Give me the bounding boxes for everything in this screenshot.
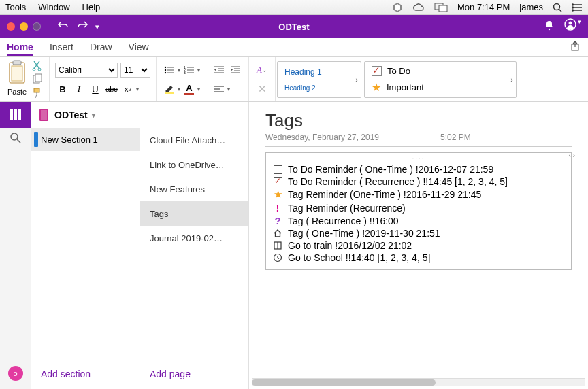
tag-todo-label: To Do <box>387 66 410 76</box>
note-line[interactable]: Go to School !!14:40 [1, 2, 3, 4, 5] <box>272 252 566 264</box>
menu-tools[interactable]: Tools <box>5 2 26 12</box>
page-item[interactable]: Cloud File Attach… <box>140 128 248 152</box>
svg-rect-17 <box>13 61 21 65</box>
format-painter-icon[interactable] <box>31 87 44 99</box>
outdent-button[interactable] <box>212 63 227 78</box>
font-size-select[interactable]: 11 <box>120 63 150 78</box>
page-date: Wednesday, February 27, 2019 <box>265 133 379 142</box>
notifications-icon[interactable] <box>544 20 555 33</box>
paste-button[interactable]: Paste <box>5 60 29 96</box>
page-title[interactable]: Tags <box>265 107 572 133</box>
menubar-cloud-icon[interactable] <box>412 3 425 12</box>
svg-point-26 <box>165 72 166 73</box>
tab-view[interactable]: View <box>129 39 149 56</box>
page-item[interactable]: Tags <box>140 201 248 226</box>
svg-point-12 <box>549 29 550 30</box>
add-page-button[interactable]: Add page <box>140 359 248 389</box>
cut-icon[interactable] <box>31 60 44 72</box>
page-item[interactable]: Link to OneDrive… <box>140 152 248 177</box>
tab-home[interactable]: Home <box>7 39 33 56</box>
redo-button[interactable] <box>76 20 88 33</box>
svg-text:3: 3 <box>184 71 186 75</box>
star-icon: ★ <box>272 188 284 201</box>
window-close-button[interactable] <box>7 22 15 31</box>
styles-gallery[interactable]: Heading 1 Heading 2 › <box>277 61 361 98</box>
note-line[interactable]: To Do Reminder ( Recurrence ) !!14:45 [1… <box>272 175 566 188</box>
page-content[interactable]: Tags Wednesday, February 27, 2019 5:02 P… <box>249 102 588 389</box>
add-section-button[interactable]: Add section <box>31 359 140 389</box>
styles-expand-icon[interactable]: › <box>355 75 358 84</box>
svg-rect-23 <box>34 88 39 92</box>
svg-rect-36 <box>165 92 174 94</box>
menubar-hex-icon[interactable] <box>392 2 403 13</box>
style-heading1[interactable]: Heading 1 <box>284 67 346 77</box>
indent-button[interactable] <box>228 63 243 78</box>
horizontal-scrollbar[interactable] <box>252 378 585 386</box>
menubar-user[interactable]: james <box>519 2 543 12</box>
bold-button[interactable]: B <box>55 82 70 97</box>
tags-expand-icon[interactable]: › <box>510 75 513 84</box>
menubar-screens-icon[interactable] <box>434 3 448 12</box>
copy-icon[interactable] <box>31 73 44 86</box>
svg-point-4 <box>554 3 560 10</box>
notebook-header[interactable]: ODTest ▾ <box>31 102 140 128</box>
menubar-list-icon[interactable] <box>572 3 583 12</box>
account-icon[interactable]: ▾ <box>564 18 581 35</box>
window-minimize-button[interactable] <box>20 22 28 31</box>
bullets-button[interactable] <box>162 63 177 78</box>
share-button[interactable] <box>570 41 581 56</box>
rail-search-button[interactable] <box>10 132 22 147</box>
tab-draw[interactable]: Draw <box>90 39 112 56</box>
font-group: Calibri 11 B I U abc x2▾ <box>50 57 157 101</box>
box-checked-icon <box>272 177 284 186</box>
highlight-button[interactable] <box>162 82 177 97</box>
font-name-select[interactable]: Calibri <box>55 63 118 78</box>
note-line[interactable]: Tag ( One-Time ) !2019-11-30 21:51 <box>272 227 566 239</box>
account-avatar[interactable]: o <box>8 366 23 381</box>
note-line[interactable]: ★Tag Reminder (One-Time ) !2016-11-29 21… <box>272 188 566 201</box>
align-button[interactable] <box>212 82 227 97</box>
notebooks-button[interactable] <box>0 102 31 128</box>
section-item[interactable]: New Section 1 <box>31 128 140 151</box>
note-line[interactable]: !Tag Reminder (Recurrence) <box>272 201 566 214</box>
list-group: ▾ 123▾ ▾ A▾ <box>157 57 206 101</box>
delete-button[interactable]: ✕ <box>255 82 270 97</box>
workspace: o ODTest ▾ New Section 1 Add section Clo… <box>0 102 588 389</box>
menu-help[interactable]: Help <box>82 2 101 12</box>
ribbon: Paste Calibri 11 B I U abc x2▾ ▾ 123▾ <box>0 57 588 102</box>
tag-important[interactable]: ★ Important <box>372 81 501 94</box>
undo-button[interactable] <box>57 20 69 33</box>
page-item[interactable]: New Features <box>140 177 248 201</box>
menu-window[interactable]: Window <box>38 2 69 12</box>
note-line[interactable]: Go to train !2016/12/02 21:02 <box>272 239 566 252</box>
underline-button[interactable]: U <box>88 82 103 97</box>
window-zoom-button[interactable] <box>33 22 41 31</box>
subscript-button[interactable]: x2 <box>120 82 135 97</box>
window-controls <box>7 22 41 31</box>
clear-format-button[interactable]: A⌄ <box>255 63 270 78</box>
svg-line-52 <box>17 139 20 143</box>
svg-rect-54 <box>41 110 47 120</box>
note-grip-icon[interactable]: ···· <box>272 154 566 162</box>
box-icon <box>272 165 284 174</box>
note-line[interactable]: ?Tag ( Recurrence ) !!16:00 <box>272 214 566 227</box>
qat-customize-button[interactable]: ▾ <box>95 22 99 31</box>
italic-button[interactable]: I <box>71 82 86 97</box>
tab-insert[interactable]: Insert <box>50 39 74 56</box>
question-icon: ? <box>272 215 284 226</box>
numbering-button[interactable]: 123 <box>182 63 197 78</box>
menubar-clock[interactable]: Mon 7:14 PM <box>457 2 510 12</box>
strikethrough-button[interactable]: abc <box>104 82 119 97</box>
pages-column: Cloud File Attach…Link to OneDrive…New F… <box>140 102 249 389</box>
menubar-search-icon[interactable] <box>553 3 562 12</box>
tags-gallery[interactable]: To Do ★ Important › <box>364 61 517 98</box>
tag-todo[interactable]: To Do <box>372 66 501 76</box>
note-container[interactable]: ···· ‹ › To Do Reminder ( One-Time ) !20… <box>265 152 572 270</box>
note-resize-handle[interactable]: ‹ › <box>569 152 575 159</box>
page-time: 5:02 PM <box>440 133 471 142</box>
page-item[interactable]: Journal 2019-02… <box>140 226 248 250</box>
font-color-button[interactable]: A <box>182 82 197 97</box>
note-line[interactable]: To Do Reminder ( One-Time ) !2016-12-07 … <box>272 163 566 175</box>
style-heading2[interactable]: Heading 2 <box>284 84 346 92</box>
clock-icon <box>272 253 284 263</box>
